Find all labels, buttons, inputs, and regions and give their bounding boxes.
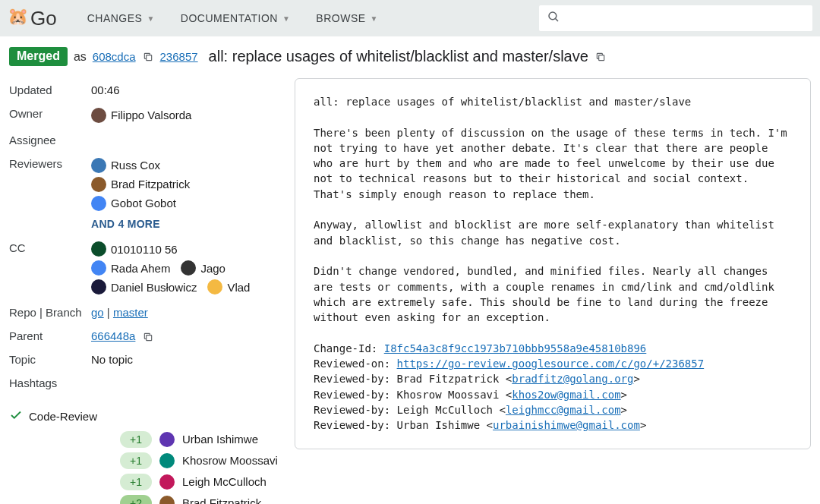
cc-chip[interactable]: 01010110 56 (91, 240, 282, 259)
top-header: 🐹 Go CHANGES ▼ DOCUMENTATION ▼ BROWSE ▼ (0, 0, 820, 36)
check-icon (9, 408, 23, 424)
change-subheader: Merged as 608cdca 236857 all: replace us… (0, 36, 820, 74)
hashtags-label: Hashtags (9, 375, 91, 391)
repo-link[interactable]: go (91, 306, 104, 319)
vote-row: +1 Khosrow Moossavi (9, 450, 282, 471)
reviewer-chip[interactable]: Brad Fitzpatrick (91, 175, 282, 194)
reviewer-chip[interactable]: Gobot Gobot (91, 194, 282, 213)
cc-chip[interactable]: Vlad (207, 278, 250, 297)
change-title: all: replace usages of whitelist/blackli… (209, 48, 588, 65)
search-input[interactable] (566, 12, 805, 24)
voter-name[interactable]: Leigh McCulloch (182, 475, 266, 488)
reviewer-chip[interactable]: Russ Cox (91, 156, 282, 175)
copy-icon[interactable] (142, 331, 154, 343)
voter-name[interactable]: Urban Ishimwe (182, 433, 258, 446)
msg-para: Didn't change vendored, bundled, and min… (314, 265, 781, 323)
nav-label: BROWSE (316, 12, 365, 24)
reviewed-by-line: Reviewed-by: Urban Ishimwe < (314, 419, 493, 431)
status-badge: Merged (9, 47, 68, 66)
avatar-icon (91, 241, 106, 257)
nav-label: CHANGES (87, 12, 143, 24)
avatar-icon (159, 453, 175, 468)
msg-title: all: replace usages of whitelist/blackli… (314, 96, 691, 108)
svg-line-1 (556, 18, 558, 20)
msg-para: Anyway, allowlist and blocklist are more… (314, 219, 781, 246)
cc-chip[interactable]: Daniel Busłowicz (91, 278, 197, 297)
svg-rect-2 (146, 55, 151, 60)
avatar-icon (207, 279, 222, 295)
voter-name[interactable]: Brad Fitzpatrick (182, 496, 261, 504)
avatar-icon (159, 432, 175, 447)
person-name: Vlad (227, 279, 250, 295)
search-box[interactable] (539, 5, 812, 31)
nav-changes[interactable]: CHANGES ▼ (77, 0, 166, 36)
topic-value: No topic (91, 351, 282, 367)
change-id-link[interactable]: I8fc54a3c8f9cc1973b710bbb9558a9e45810b89… (384, 342, 647, 354)
avatar-icon (91, 196, 106, 211)
reviewed-on-link[interactable]: https://go-review.googlesource.com/c/go/… (397, 358, 705, 370)
email-link[interactable]: bradfitz@golang.org (512, 373, 633, 385)
avatar-icon (91, 177, 106, 192)
reviewed-by-line: Reviewed-by: Khosrow Moossavi < (314, 389, 512, 401)
assignee-label: Assignee (9, 132, 91, 148)
parent-label: Parent (9, 328, 91, 344)
email-link[interactable]: khos2ow@gmail.com (512, 389, 620, 401)
nav-documentation[interactable]: DOCUMENTATION ▼ (170, 0, 301, 36)
repo-branch-label: Repo | Branch (9, 304, 91, 320)
search-icon (547, 10, 560, 27)
vote-row: +1 Urban Ishimwe (9, 429, 282, 450)
topic-label: Topic (9, 351, 91, 367)
person-name: Brad Fitzpatrick (111, 176, 190, 192)
email-link[interactable]: urbainishimwe@gmail.com (493, 419, 640, 431)
metadata-sidebar: Updated 00:46 Owner Filippo Valsorda Ass… (9, 78, 282, 504)
person-name: Daniel Busłowicz (111, 279, 197, 295)
nav-label: DOCUMENTATION (181, 12, 278, 24)
updated-value: 00:46 (91, 82, 282, 98)
avatar-icon (181, 260, 196, 276)
avatar-icon (91, 158, 106, 173)
updated-label: Updated (9, 82, 91, 98)
reviewers-label: Reviewers (9, 156, 91, 232)
app-name: Go (30, 7, 57, 30)
code-review-label: Code-Review (29, 410, 97, 423)
voter-name[interactable]: Khosrow Moossavi (182, 454, 278, 467)
copy-icon[interactable] (594, 51, 607, 63)
msg-para: There's been plenty of discussion on the… (314, 127, 793, 200)
reviewed-by-line: Reviewed-by: Leigh McCulloch < (314, 404, 506, 416)
copy-icon[interactable] (142, 51, 154, 63)
owner-label: Owner (9, 106, 91, 124)
commit-sha-link[interactable]: 608cdca (93, 50, 136, 63)
branch-link[interactable]: master (113, 306, 148, 319)
vote-chip: +1 (120, 431, 152, 448)
commit-message-panel: all: replace usages of whitelist/blackli… (295, 78, 811, 449)
code-review-section: Code-Review +1 Urban Ishimwe +1 Khosrow … (9, 408, 282, 504)
change-id-label: Change-Id: (314, 342, 384, 354)
person-name: Rada Ahem (111, 260, 170, 276)
change-number-link[interactable]: 236857 (160, 50, 198, 63)
gopher-logo-icon: 🐹 (8, 7, 26, 30)
reviewed-by-line: Reviewed-by: Brad Fitzpatrick < (314, 373, 512, 385)
person-name: Jago (200, 260, 226, 276)
parent-sha-link[interactable]: 666448a (91, 329, 135, 342)
vote-chip: +1 (120, 452, 152, 469)
nav-browse[interactable]: BROWSE ▼ (305, 0, 389, 36)
cc-chip[interactable]: Rada Ahem (91, 259, 170, 278)
avatar-icon (159, 496, 175, 504)
cc-label: CC (9, 240, 91, 297)
avatar-icon (91, 260, 106, 276)
email-link[interactable]: leighmcc@gmail.com (506, 404, 621, 416)
svg-rect-3 (598, 55, 604, 60)
more-reviewers-link[interactable]: AND 4 MORE (91, 213, 160, 232)
owner-chip[interactable]: Filippo Valsorda (91, 106, 282, 124)
reviewed-on-label: Reviewed-on: (314, 358, 397, 370)
chevron-down-icon: ▼ (371, 14, 378, 23)
chevron-down-icon: ▼ (147, 14, 154, 23)
svg-rect-4 (146, 335, 151, 340)
svg-point-0 (549, 12, 557, 20)
vote-row: +1 Leigh McCulloch (9, 471, 282, 493)
cc-chip[interactable]: Jago (181, 259, 226, 278)
vote-row: +2 Brad Fitzpatrick (9, 493, 282, 504)
as-text: as (74, 50, 87, 64)
person-name: Gobot Gobot (111, 195, 176, 211)
person-name: Russ Cox (111, 157, 160, 173)
